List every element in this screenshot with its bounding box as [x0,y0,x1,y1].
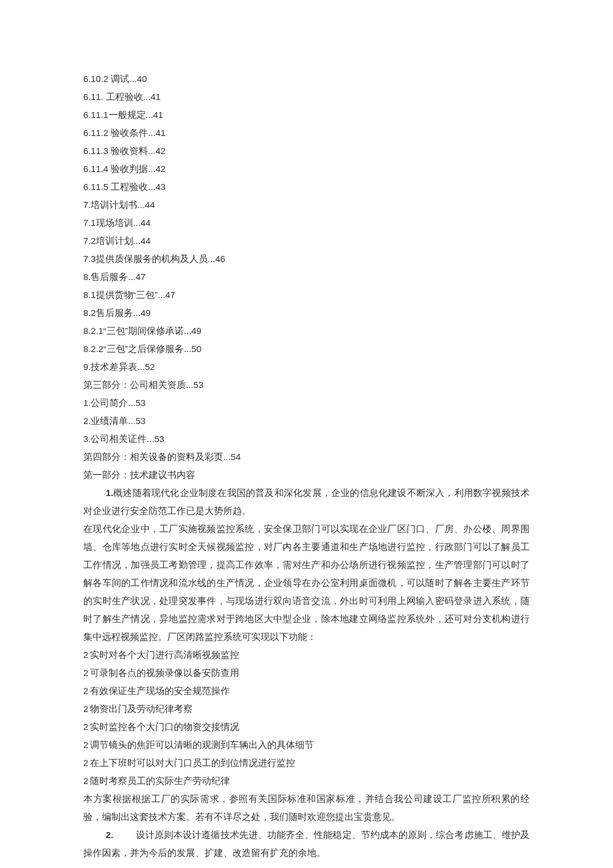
paragraph-detail: 在现代化企业中，工厂实施视频监控系统，安全保卫部门可以实现在企业厂区门口、厂房、… [83,520,530,646]
toc-entry: 7.3提供质保服务的机构及人员...46 [83,250,530,268]
toc-entry: 2.业绩清单...53 [83,412,530,430]
list-item: 随时考察员工的实际生产劳动纪律 [83,772,530,790]
toc-entry: 6.11.3 验收资料...42 [83,142,530,160]
toc-entry: 7.培训计划书...44 [83,196,530,214]
paragraph-design-principle: 2.设计原则本设计遵循技术先进、功能齐全、性能稳定、节约成本的原则，综合考虑施工… [83,826,530,862]
list-item: 物资出门及劳动纪律考察 [83,700,530,718]
toc-entry: 7.1现场培训...44 [83,214,530,232]
paragraph-closing: 本方案根据根据工厂的实际需求，参照有关国际标准和国家标准，并结合我公司建设工厂监… [83,790,530,826]
section-number: 2. [106,830,113,840]
paragraph-text: 在现代化企业中，工厂实施视频监控系统，安全保卫部门可以实现在企业厂区门口、厂房、… [83,524,530,642]
table-of-contents: 6.10.2 调试...40 6.11. 工程验收...41 6.11.1一般规… [83,70,530,484]
toc-entry: 7.2培训计划...44 [83,232,530,250]
document-page: 6.10.2 调试...40 6.11. 工程验收...41 6.11.1一般规… [0,0,613,868]
toc-entry: 8.售后服务...47 [83,268,530,286]
toc-entry: 6.11.2 验收条件...41 [83,124,530,142]
toc-entry: 6.11.4 验收判据...42 [83,160,530,178]
paragraph-text: 本方案根据根据工厂的实际需求，参照有关国际标准和国家标准，并结合我公司建设工厂监… [83,794,530,822]
toc-entry: 3.公司相关证件...53 [83,430,530,448]
list-item: 实时对各个大门进行高清晰视频监控 [83,646,530,664]
toc-entry: 8.2.2“三包”之后保修服务...50 [83,340,530,358]
toc-entry: 6.11. 工程验收...41 [83,88,530,106]
feature-list: 实时对各个大门进行高清晰视频监控 可录制各点的视频录像以备安防查用 有效保证生产… [83,646,530,790]
toc-entry: 第四部分：相关设备的资料及彩页...54 [83,448,530,466]
toc-entry: 8.1提供货物“三包”...47 [83,286,530,304]
paragraph-text: 概述随着现代化企业制度在我国的普及和深化发展，企业的信息化建设不断深入，利用数字… [83,488,530,516]
paragraph-text: 设计原则本设计遵循技术先进、功能齐全、性能稳定、节约成本的原则，综合考虑施工、维… [83,830,530,858]
paragraph-overview: 1.概述随着现代化企业制度在我国的普及和深化发展，企业的信息化建设不断深入，利用… [83,484,530,520]
list-item: 可录制各点的视频录像以备安防查用 [83,664,530,682]
toc-entry: 第三部分：公司相关资质...53 [83,376,530,394]
toc-entry: 6.11.5 工程验收...43 [83,178,530,196]
toc-entry: 1.公司简介...53 [83,394,530,412]
toc-entry: 9.技术差异表...52 [83,358,530,376]
toc-entry: 第一部分：技术建议书内容 [83,466,530,484]
toc-entry: 6.11.1一般规定...41 [83,106,530,124]
list-item: 调节镜头的焦距可以清晰的观测到车辆出入的具体细节 [83,736,530,754]
list-item: 在上下班时可以对大门口员工的到位情况进行监控 [83,754,530,772]
toc-entry: 8.2售后服务...49 [83,304,530,322]
toc-entry: 8.2.1“三包”期间保修承诺...49 [83,322,530,340]
list-item: 有效保证生产现场的安全规范操作 [83,682,530,700]
section-number: 1. [106,488,113,498]
toc-entry: 6.10.2 调试...40 [83,70,530,88]
list-item: 实时监控各个大门口的物资交接情况 [83,718,530,736]
